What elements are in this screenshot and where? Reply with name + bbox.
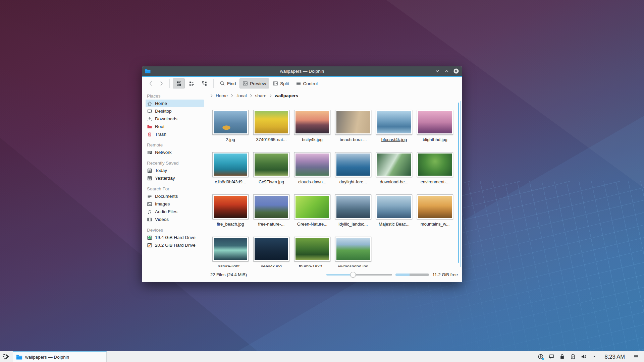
toolbar-separator <box>213 79 214 88</box>
file-thumbnail <box>212 194 249 219</box>
zoom-slider[interactable] <box>326 271 392 278</box>
file-name: Cc9FIwm.jpg <box>259 179 284 184</box>
file-thumbnail <box>212 237 249 261</box>
free-space-label: 11.2 GiB free <box>432 272 458 277</box>
file-item[interactable]: blighthhd.jpg <box>415 110 455 152</box>
file-item[interactable]: 2.jpg <box>210 110 251 152</box>
file-name: blighthhd.jpg <box>423 137 447 142</box>
sidebar-item-today[interactable]: Today <box>146 167 204 174</box>
file-item[interactable]: Green-Nature... <box>292 194 333 237</box>
sidebar-item-yesterday[interactable]: Yesterday <box>146 174 204 182</box>
file-item[interactable]: fire_beach.jpg <box>210 194 251 237</box>
sidebar-item-documents[interactable]: Documents <box>146 192 204 200</box>
file-item[interactable]: seas4k.jpg <box>251 237 292 267</box>
file-name: daylight-fore... <box>339 179 367 184</box>
file-name: bcity4k.jpg <box>302 137 322 142</box>
preview-label: Preview <box>250 81 266 86</box>
control-button[interactable]: Control <box>293 78 321 88</box>
file-item[interactable]: free-nature-... <box>251 194 292 237</box>
panel-menu-button[interactable] <box>631 354 641 360</box>
section-header-devices: Devices <box>147 226 207 234</box>
expand-arrow-icon[interactable] <box>591 354 597 360</box>
preview-button[interactable]: Preview <box>239 78 269 88</box>
zoom-slider-handle[interactable] <box>350 272 356 278</box>
file-name: beach-bora-... <box>340 137 367 142</box>
breadcrumb-local[interactable]: .local <box>236 93 247 98</box>
sidebar-item-label: Desktop <box>155 109 172 114</box>
file-item[interactable]: environment-... <box>415 152 455 194</box>
video-icon <box>147 217 152 222</box>
sidebar-item-home[interactable]: Home <box>146 100 204 107</box>
chevron-right-icon <box>250 94 252 98</box>
file-item[interactable]: bfcoast4k.jpg <box>374 110 415 152</box>
sidebar-item-trash[interactable]: Trash <box>146 130 204 138</box>
display-icon[interactable] <box>548 354 554 360</box>
breadcrumb-home[interactable]: Home <box>216 93 228 98</box>
file-item[interactable]: nature-light... <box>210 237 251 267</box>
file-item[interactable]: c1b8d0bf43d9... <box>210 152 251 194</box>
file-item[interactable]: vwmosndhd.jpg <box>333 237 374 267</box>
sidebar-item-hard-drive-2[interactable]: 20.2 GiB Hard Drive <box>146 241 204 249</box>
file-view: 2.jpg 37401965-nat... bcity4k.jpg beach-… <box>207 101 461 267</box>
file-item[interactable]: beach-bora-... <box>333 110 374 152</box>
file-item[interactable]: thumb-1920... <box>292 237 333 267</box>
file-item[interactable]: bcity4k.jpg <box>292 110 333 152</box>
back-button[interactable] <box>146 78 156 88</box>
clipboard-icon[interactable] <box>570 354 576 360</box>
home-icon <box>147 101 152 106</box>
find-button[interactable]: Find <box>217 78 239 88</box>
disk-capacity-bar <box>395 274 429 276</box>
clock[interactable]: 8:23 AM <box>604 354 625 360</box>
file-thumbnail <box>376 194 412 219</box>
file-thumbnail <box>212 110 249 135</box>
breadcrumb-current[interactable]: wallpapers <box>275 93 298 98</box>
sidebar-item-images[interactable]: Images <box>146 200 204 208</box>
audio-icon <box>147 209 152 215</box>
file-item[interactable]: daylight-fore... <box>333 152 374 194</box>
sidebar-item-videos[interactable]: Videos <box>146 216 204 223</box>
file-thumbnail <box>417 152 453 177</box>
file-item[interactable]: Majestic Beac... <box>374 194 415 237</box>
volume-icon[interactable] <box>580 354 587 360</box>
find-label: Find <box>227 81 236 86</box>
task-button-dolphin[interactable]: wallpapers — Dolphin <box>13 351 107 362</box>
vertical-scrollbar[interactable] <box>458 103 459 263</box>
titlebar[interactable]: wallpapers — Dolphin <box>142 66 462 76</box>
calendar-icon <box>147 168 152 173</box>
lock-icon[interactable] <box>559 354 565 360</box>
file-item[interactable]: idyllic_landsc... <box>333 194 374 237</box>
icons-view-button[interactable] <box>173 78 185 88</box>
file-thumbnail <box>335 194 371 219</box>
updates-icon[interactable] <box>537 354 544 360</box>
file-name: clouds-dawn... <box>298 179 326 184</box>
breadcrumb-share[interactable]: share <box>255 93 267 98</box>
section-header-remote: Remote <box>147 141 207 148</box>
split-button[interactable]: Split <box>270 78 292 88</box>
sidebar-item-root[interactable]: Root <box>146 123 204 130</box>
details-view-button[interactable] <box>198 78 210 88</box>
sidebar-item-hard-drive-1[interactable]: 19.4 GiB Hard Drive <box>146 234 204 241</box>
file-item[interactable]: Cc9FIwm.jpg <box>251 152 292 194</box>
compact-view-button[interactable] <box>185 78 198 88</box>
file-item[interactable]: 37401965-nat... <box>251 110 292 152</box>
application-launcher-button[interactable] <box>0 351 13 362</box>
minimize-button[interactable] <box>434 68 440 74</box>
close-button[interactable] <box>453 68 459 74</box>
trash-icon <box>147 132 152 137</box>
file-item[interactable]: mountains_w... <box>415 194 455 237</box>
status-bar: 22 Files (24.4 MiB) 11.2 GiB free <box>207 267 461 282</box>
section-header-search-for: Search For <box>147 185 207 192</box>
file-item[interactable]: download-be... <box>374 152 415 194</box>
forward-button[interactable] <box>156 78 166 88</box>
sidebar-item-label: Documents <box>155 194 178 199</box>
file-name: 2.jpg <box>226 137 235 142</box>
zoom-slider-track[interactable] <box>326 274 392 276</box>
sidebar-item-network[interactable]: Network <box>146 148 204 156</box>
sidebar-item-audio-files[interactable]: Audio Files <box>146 208 204 216</box>
toolbar: Find Preview Split Control <box>142 77 462 90</box>
sidebar-item-downloads[interactable]: Downloads <box>146 115 204 123</box>
file-item[interactable]: clouds-dawn... <box>292 152 333 194</box>
file-name: idyllic_landsc... <box>338 222 368 227</box>
sidebar-item-desktop[interactable]: Desktop <box>146 107 204 115</box>
maximize-button[interactable] <box>444 68 450 74</box>
